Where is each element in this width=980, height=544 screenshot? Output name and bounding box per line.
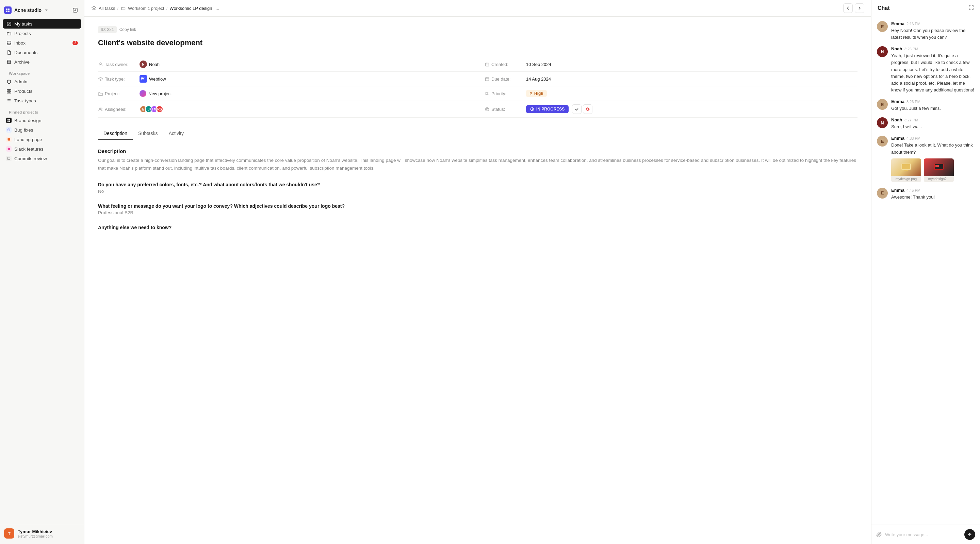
svg-rect-10 [9,89,11,91]
folder2-icon [98,91,103,96]
svg-rect-11 [7,92,9,93]
assignees-label: Assignees: [98,107,135,112]
chat-message: E Emma 4:33 PM Done! Take a look at it. … [877,136,975,182]
image-name: myndesign2... [927,176,950,182]
msg-time: 2:16 PM [907,22,920,26]
next-button[interactable] [855,3,864,13]
msg-header: Noah 3:27 PM [891,117,975,122]
svg-rect-1 [8,8,10,10]
more-menu-button[interactable]: ... [216,6,220,11]
task-content: ID: 221 Copy link Client's website devel… [84,17,871,544]
msg-header: Noah 3:25 PM [891,46,975,51]
avatar: T [4,528,14,539]
svg-rect-30 [485,78,488,81]
breadcrumb: All tasks / Worksomic project / Worksomi… [91,5,219,11]
breadcrumb-all-tasks[interactable]: All tasks [99,6,115,11]
status-label: Status: [485,107,522,112]
owner-value: N Noah [140,60,159,68]
svg-rect-9 [7,89,9,91]
landing-page-icon [6,137,11,142]
chat-message: N Noah 3:27 PM Sure, I will wait. [877,117,975,130]
topbar: All tasks / Worksomic project / Worksomi… [84,0,871,17]
pinned-item-slack-features[interactable]: Slack features [3,144,81,154]
sidebar-item-archive[interactable]: Archive [3,57,81,67]
attachment-image[interactable]: myndesign2... [924,159,954,182]
chat-input[interactable] [885,532,962,537]
svg-rect-12 [9,92,11,93]
msg-header: Emma 4:33 PM [891,136,975,141]
pinned-item-brand-design[interactable]: Brand design [3,116,81,125]
avatar: E [877,99,888,110]
send-button[interactable] [964,529,975,540]
chat-input-area [872,525,980,544]
prev-button[interactable] [843,3,853,13]
project-value: New project [140,90,172,97]
question-3: Anything else we need to know? [98,225,858,230]
list-icon [6,98,11,103]
workspace-selector[interactable]: Acne studio [4,6,48,14]
owner-avatar: N [140,60,147,68]
attach-button[interactable] [876,531,882,538]
msg-author: Emma [891,21,904,26]
sidebar: Acne studio My tasks Projects Inbox 2 [0,0,84,544]
priority-value: High [526,90,547,97]
sidebar-item-inbox[interactable]: Inbox 2 [3,38,81,48]
archive-icon [6,59,11,65]
type-label: Task type: [98,76,135,82]
breadcrumb-project[interactable]: Worksomic project [128,6,164,11]
meta-owner: Task owner: N Noah [98,57,478,72]
user-email: eistymur@gmail.com [18,534,53,538]
priority-label: Priority: [485,91,522,96]
sidebar-item-task-types[interactable]: Task types [3,96,81,105]
chat-messages: E Emma 2:16 PM Hey Noah! Can you please … [872,16,980,525]
confirm-button[interactable] [572,105,582,114]
tab-activity[interactable]: Activity [163,127,189,140]
sidebar-item-label: Documents [14,50,37,55]
chat-title: Chat [878,5,890,11]
attachment-image[interactable]: mydesign.png [891,159,921,182]
expand-chat-button[interactable] [969,5,974,11]
msg-text: Awesome! Thank you! [891,194,975,201]
due-label: Due date: [485,76,522,82]
msg-text: Hey Noah! Can you please review the late… [891,27,975,41]
owner-label: Task owner: [98,62,135,67]
svg-point-39 [587,108,589,110]
sidebar-item-documents[interactable]: Documents [3,48,81,57]
user-profile[interactable]: T Tymur Mikhieiev eistymur@gmail.com [0,524,84,541]
new-task-button[interactable] [70,5,80,15]
copy-link-button[interactable]: Copy link [119,27,136,32]
svg-rect-24 [8,157,10,160]
msg-body: Emma 4:45 PM Awesome! Thank you! [891,188,975,201]
watch-button[interactable] [583,105,592,114]
chat-message: N Noah 3:25 PM Yeah, I just reviewed it.… [877,46,975,94]
question-1: Do you have any preferred colors, fonts,… [98,182,858,187]
description-text: Our goal is to create a high-conversion … [98,157,858,172]
msg-text: Got you. Just a few mins. [891,105,975,112]
status-badge: IN PROGRESS [526,105,569,113]
tab-description[interactable]: Description [98,127,133,140]
meta-assignees: Assignees: E J TM RS [98,101,478,117]
msg-time: 4:33 PM [907,136,920,140]
msg-body: Noah 3:25 PM Yeah, I just reviewed it. I… [891,46,975,94]
pinned-item-label: Bug fixes [14,127,33,133]
tab-subtasks[interactable]: Subtasks [133,127,163,140]
q2-section: What feeling or message do you want your… [98,203,858,215]
pinned-item-commits-review[interactable]: Commits review [3,154,81,163]
sidebar-item-label: Projects [14,31,31,36]
type-value: Webflow [140,75,166,82]
chat-message: E Emma 2:16 PM Hey Noah! Can you please … [877,21,975,41]
pinned-item-landing-page[interactable]: Landing page [3,135,81,144]
msg-images: mydesign.png myndesign2... [891,159,975,182]
pinned-section-label: Pinned projects [3,105,81,116]
sidebar-item-admin[interactable]: Admin [3,77,81,86]
description-heading: Description [98,148,858,154]
svg-rect-26 [485,63,488,66]
created-value: 10 Sep 2024 [526,62,551,67]
tasks-icon [6,21,11,27]
sidebar-item-products[interactable]: Products [3,86,81,96]
slack-features-icon [6,146,11,152]
sidebar-item-projects[interactable]: Projects [3,29,81,38]
person-icon [98,62,103,67]
sidebar-item-my-tasks[interactable]: My tasks [3,19,81,29]
pinned-item-bug-fixes[interactable]: Bug fixes [3,125,81,135]
